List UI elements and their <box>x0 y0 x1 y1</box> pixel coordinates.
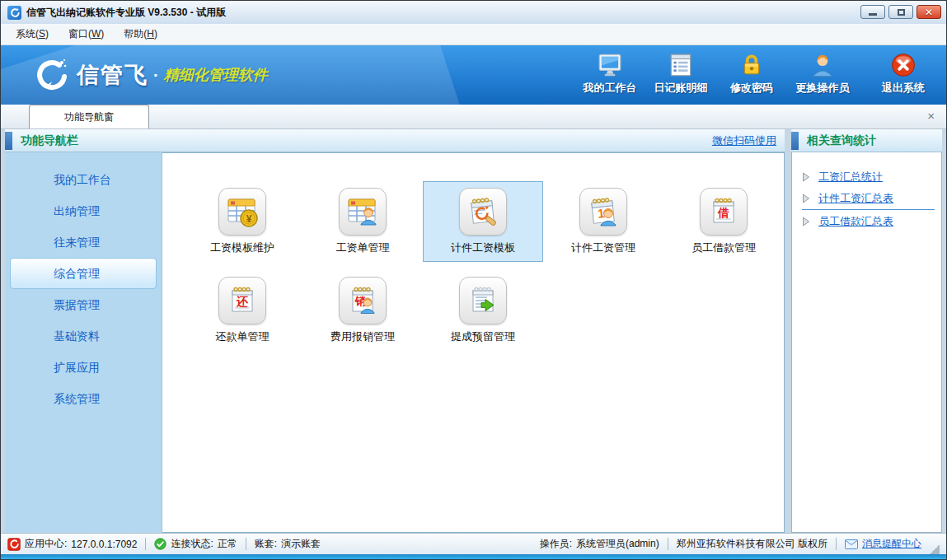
toolbar-switch-operator[interactable]: 更换操作员 <box>791 52 854 99</box>
connection-status: 连接状态: 正常 <box>154 537 237 551</box>
switch-operator-icon <box>809 52 836 78</box>
toolbar-journal-detail[interactable]: 日记账明细 <box>649 52 712 99</box>
content-area: 功能导航栏 微信扫码使用 我的工作台 出纳管理 往来管理 综合管理 票据管理 基… <box>1 129 946 533</box>
stat-loan-summary[interactable]: 员工借款汇总表 <box>802 210 935 232</box>
wechat-scan-link[interactable]: 微信扫码使用 <box>712 133 776 148</box>
svg-text:¥: ¥ <box>246 213 252 225</box>
status-separator <box>836 538 837 550</box>
stats-panel-title: 相关查询统计 <box>807 133 876 148</box>
sidebar-item-extensions[interactable]: 扩展应用 <box>10 352 157 383</box>
sidebar-item-bills[interactable]: 票据管理 <box>10 289 157 320</box>
resize-grip[interactable] <box>930 544 940 554</box>
stats-list: 工资汇总统计 计件工资汇总表 员工借款汇总表 <box>791 152 942 533</box>
app-salary-template[interactable]: ¥ 工资模板维护 <box>182 181 302 262</box>
stats-pane: 相关查询统计 工资汇总统计 计件工资汇总表 员工借款汇总表 <box>791 129 942 533</box>
brand-block: 信管飞 · 精细化管理软件 <box>32 57 268 93</box>
app-center-icon <box>7 538 21 551</box>
svg-text:借: 借 <box>717 206 729 219</box>
sidebar-item-system[interactable]: 系统管理 <box>10 383 157 414</box>
close-button[interactable]: ✕ <box>917 5 941 19</box>
status-separator <box>246 538 246 550</box>
app-grid: ¥ 工资模板维护 <box>162 152 785 533</box>
app-piecework-manage[interactable]: 1 计件工资管理 <box>543 181 663 262</box>
sidebar-item-cashier[interactable]: 出纳管理 <box>10 195 157 226</box>
menu-help[interactable]: 帮助(H) <box>114 24 167 44</box>
brand-dot: · <box>153 66 159 85</box>
triangle-bullet-icon <box>802 217 810 226</box>
toolbar-my-workbench[interactable]: 我的工作台 <box>579 52 641 99</box>
sidebar-item-contacts[interactable]: 往来管理 <box>10 226 157 258</box>
journal-ledger-icon <box>668 52 694 78</box>
brand-logo-icon <box>32 57 68 93</box>
brand-slogan: 精细化管理软件 <box>164 65 268 85</box>
message-center[interactable]: 消息提醒中心 <box>845 537 921 551</box>
app-expense-reimburse[interactable]: 销 费用报销管理 <box>302 270 423 351</box>
stat-piecework-summary[interactable]: 计件工资汇总表 <box>802 188 935 210</box>
commission-reserve-icon <box>465 282 501 319</box>
app-repayment-manage[interactable]: 还 还款单管理 <box>182 270 302 351</box>
menu-bar: 系统(S) 窗口(W) 帮助(H) <box>1 24 946 45</box>
stat-salary-summary[interactable]: 工资汇总统计 <box>802 166 935 188</box>
window-bottom-edge <box>1 554 946 559</box>
salary-template-icon: ¥ <box>224 194 260 230</box>
svg-text:还: 还 <box>236 295 249 308</box>
envelope-icon <box>845 539 858 549</box>
toolbar-change-password[interactable]: 修改密码 <box>720 52 783 99</box>
maximize-button[interactable] <box>888 5 913 19</box>
tab-strip: 功能导航窗 × <box>1 105 946 129</box>
app-window: 信管飞出纳记账软件专业版 V9.3.530 - 试用版 ✕ 系统(S) 窗口(W… <box>0 0 947 560</box>
workbench-monitor-icon <box>597 52 623 78</box>
password-lock-icon <box>738 52 765 78</box>
close-icon: ✕ <box>925 7 933 17</box>
employee-loan-icon: 借 <box>706 194 742 230</box>
account-book-status: 账套: 演示账套 <box>255 537 321 551</box>
app-employee-loan[interactable]: 借 员工借款管理 <box>663 181 784 262</box>
tab-function-navigator[interactable]: 功能导航窗 <box>29 105 149 128</box>
piecework-manage-icon: 1 <box>585 194 621 230</box>
header-banner: 信管飞 · 精细化管理软件 我的工作台 <box>1 45 946 105</box>
nav-panel-header: 功能导航栏 微信扫码使用 <box>5 129 785 152</box>
status-bar: 应用中心: 127.0.0.1:7092 连接状态: 正常 账套: 演示账套 操… <box>1 533 946 554</box>
title-bar: 信管飞出纳记账软件专业版 V9.3.530 - 试用版 ✕ <box>1 1 946 24</box>
menu-window[interactable]: 窗口(W) <box>59 24 114 44</box>
app-payroll-manage[interactable]: 工资单管理 <box>302 181 423 262</box>
sidebar-item-base-data[interactable]: 基础资料 <box>10 320 157 352</box>
menu-system[interactable]: 系统(S) <box>6 24 59 44</box>
sidebar: 我的工作台 出纳管理 往来管理 综合管理 票据管理 基础资料 扩展应用 系统管理 <box>5 152 162 533</box>
repayment-icon: 还 <box>224 282 260 319</box>
operator-status: 操作员: 系统管理员(admin) <box>540 537 659 551</box>
app-center-status: 应用中心: 127.0.0.1:7092 <box>7 537 137 551</box>
brand-name: 信管飞 <box>77 60 148 90</box>
stats-panel-header: 相关查询统计 <box>791 129 942 152</box>
header-accent-bar <box>791 132 799 150</box>
sidebar-item-my-workbench[interactable]: 我的工作台 <box>10 164 157 195</box>
sidebar-item-comprehensive[interactable]: 综合管理 <box>10 258 157 289</box>
status-separator <box>145 538 146 550</box>
window-title: 信管飞出纳记账软件专业版 V9.3.530 - 试用版 <box>26 6 226 20</box>
status-separator <box>668 538 668 550</box>
tab-close-icon[interactable]: × <box>927 110 935 122</box>
minimize-button[interactable] <box>860 5 885 19</box>
connection-ok-icon <box>154 538 166 550</box>
toolbar-exit-system[interactable]: 退出系统 <box>872 52 935 99</box>
exit-system-icon <box>890 52 917 78</box>
app-commission-reserve[interactable]: 提成预留管理 <box>423 270 543 351</box>
navigation-pane: 功能导航栏 微信扫码使用 我的工作台 出纳管理 往来管理 综合管理 票据管理 基… <box>5 129 785 533</box>
app-piecework-template[interactable]: 计件工资模板 <box>423 181 543 262</box>
banner-toolbar: 我的工作台 日记账明细 修改密码 <box>579 52 935 99</box>
nav-panel-title: 功能导航栏 <box>21 133 78 148</box>
copyright-text: 郑州亚拓软件科技有限公司 版权所 <box>677 537 827 551</box>
minimize-icon <box>869 13 877 16</box>
header-accent-bar <box>5 132 12 150</box>
maximize-icon <box>898 9 905 16</box>
app-logo-icon <box>7 6 21 20</box>
triangle-bullet-icon <box>802 194 810 203</box>
expense-reimburse-icon: 销 <box>345 282 381 319</box>
piecework-template-icon <box>465 194 501 230</box>
payroll-sheet-icon <box>345 194 381 230</box>
triangle-bullet-icon <box>802 172 810 182</box>
